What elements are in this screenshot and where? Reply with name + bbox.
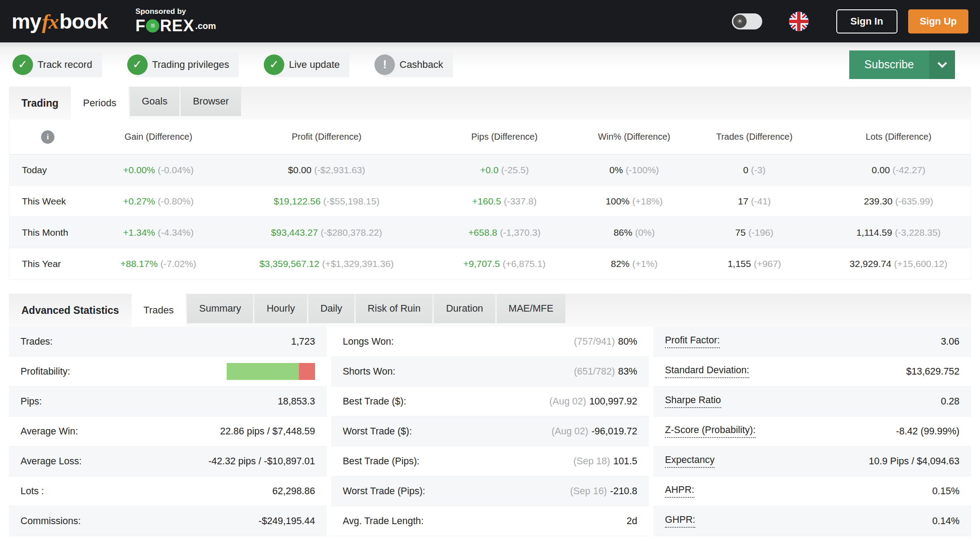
badge-track-record[interactable]: ✓Track record (12, 52, 102, 77)
period-cell: 100%(+18%) (586, 196, 682, 207)
column-header-lots-difference: Lots (Difference) (826, 132, 971, 142)
myfxbook-logo[interactable]: myfxbook (12, 9, 108, 33)
period-row-label: This Year (9, 258, 86, 269)
stat-value-main: -42.32 pips / -$10,897.01 (208, 456, 315, 467)
period-cell: $19,122.56(-$55,198.15) (230, 196, 423, 207)
stat-value-main: 83% (618, 366, 637, 377)
sign-up-button[interactable]: Sign Up (908, 9, 968, 33)
stat-label[interactable]: Standard Deviation: (665, 365, 749, 378)
period-main-value: 75 (735, 227, 746, 238)
tab-risk-of-ruin[interactable]: Risk of Ruin (356, 294, 433, 323)
stat-label[interactable]: Expectancy (665, 454, 714, 468)
stat-label: Lots : (21, 486, 44, 497)
sponsor-logo[interactable]: Sponsored by F ≡ REX .com (135, 8, 216, 34)
sponsored-by-label: Sponsored by (135, 8, 216, 16)
trading-section-label: Trading (9, 97, 71, 109)
stat-label[interactable]: Profit Factor: (665, 335, 720, 348)
subscribe-dropdown[interactable] (929, 50, 955, 79)
period-main-value: 1,155 (727, 258, 751, 269)
stat-label[interactable]: Z-Score (Probability): (665, 425, 756, 438)
sign-in-button[interactable]: Sign In (836, 9, 897, 33)
stat-value: $13,629.752 (906, 366, 959, 377)
period-diff-value: (-635.99) (895, 196, 933, 206)
stat-value: 62,298.86 (272, 486, 315, 497)
period-diff-value: (-41) (751, 196, 771, 206)
period-row-this-year: This Year+88.17%(-7.02%)$3,359,567.12(+$… (9, 248, 971, 279)
stat-value-main: 22.86 pips / $7,448.59 (220, 426, 315, 437)
period-cell: 1,114.59(-3,228.35) (826, 227, 971, 238)
stat-value-prefix: (651/782) (574, 366, 615, 377)
period-diff-value: (+1%) (632, 258, 658, 269)
stat-value-main: 18,853.3 (278, 396, 315, 407)
period-diff-value: (+6,875.1) (502, 258, 545, 269)
stat-value-main: 80% (618, 336, 637, 347)
check-icon: ✓ (12, 54, 33, 75)
stat-row-profitability: Profitability: (9, 357, 327, 387)
period-cell: +160.5(-337.8) (423, 196, 586, 207)
period-main-value: +160.5 (472, 196, 501, 206)
badge-live-update[interactable]: ✓Live update (264, 52, 349, 77)
stat-value: 18,853.3 (278, 396, 315, 407)
badge-label: Live update (273, 52, 349, 77)
stat-label[interactable]: Sharpe Ratio (665, 395, 721, 408)
period-cell: +1.34%(-4.34%) (86, 227, 230, 238)
uk-flag-icon (789, 12, 809, 31)
stat-row-avg-trade-length: Avg. Trade Length:2d (331, 506, 649, 536)
stat-label[interactable]: AHPR: (665, 484, 694, 498)
period-main-value: $0.00 (288, 165, 311, 175)
period-cell: 239.30(-635.99) (826, 196, 971, 207)
period-diff-value: (-3) (751, 165, 766, 175)
tab-hourly[interactable]: Hourly (254, 294, 307, 323)
badge-cashback[interactable]: !Cashback (374, 52, 453, 77)
stat-row-sharpe-ratio: Sharpe Ratio0.28 (653, 387, 971, 417)
badge-trading-privileges[interactable]: ✓Trading privileges (127, 52, 239, 77)
subscribe-button[interactable]: Subscribe (849, 50, 955, 79)
tab-summary[interactable]: Summary (187, 294, 253, 323)
period-cell: +0.00%(-0.04%) (86, 165, 230, 175)
stat-value: 22.86 pips / $7,448.59 (220, 426, 315, 437)
stat-row-pips: Pips:18,853.3 (9, 387, 327, 417)
period-cell: $3,359,567.12(+$1,329,391.36) (230, 258, 423, 269)
subscribe-label: Subscribe (849, 50, 929, 79)
period-main-value: +0.0 (480, 165, 498, 175)
stat-value: 1,723 (291, 336, 315, 347)
period-cell: +9,707.5(+6,875.1) (423, 258, 586, 269)
period-main-value: 239.30 (864, 196, 893, 206)
period-main-value: 17 (738, 196, 748, 206)
stat-value: (651/782)83% (574, 366, 637, 377)
stat-value: (Sep 16)-210.8 (570, 486, 637, 497)
period-diff-value: (-4.34%) (158, 227, 194, 238)
column-header-pips-difference: Pips (Difference) (423, 132, 586, 142)
stat-value: 3.06 (941, 336, 959, 347)
logo-my: my (12, 9, 41, 33)
tab-duration[interactable]: Duration (434, 294, 495, 323)
tab-goals[interactable]: Goals (130, 87, 179, 116)
language-flag-uk[interactable] (789, 12, 809, 31)
tab-daily[interactable]: Daily (308, 294, 354, 323)
stat-value: -42.32 pips / -$10,897.01 (208, 456, 315, 467)
stat-row-lots: Lots :62,298.86 (9, 476, 327, 506)
stat-row-average-win: Average Win:22.86 pips / $7,448.59 (9, 417, 327, 446)
period-cell: 75(-196) (682, 227, 826, 238)
profitability-bar-loss (299, 363, 315, 380)
chevron-down-icon (937, 58, 947, 68)
tab-trades[interactable]: Trades (132, 294, 186, 327)
forex-com-logo: F ≡ REX .com (135, 17, 216, 35)
stat-value: 2d (627, 516, 637, 527)
stat-row-average-loss: Average Loss:-42.32 pips / -$10,897.01 (9, 446, 327, 476)
stat-label[interactable]: GHPR: (665, 514, 695, 528)
stat-row-trades: Trades:1,723 (9, 327, 327, 357)
period-diff-value: (-$280,378.22) (320, 227, 382, 238)
period-diff-value: (-196) (748, 227, 773, 238)
period-cell: +0.0(-25.5) (423, 165, 586, 175)
info-icon[interactable]: i (41, 130, 54, 144)
stat-row-ghpr: GHPR:0.14% (653, 506, 971, 536)
check-icon: ✓ (264, 54, 284, 75)
tab-periods[interactable]: Periods (71, 87, 129, 120)
stat-value-prefix: (Aug 02) (549, 396, 586, 407)
theme-toggle[interactable]: ☀ (732, 13, 762, 29)
tab-mae-mfe[interactable]: MAE/MFE (497, 294, 565, 323)
logo-fx: fx (41, 10, 59, 33)
period-diff-value: (-25.5) (501, 165, 529, 175)
tab-browser[interactable]: Browser (181, 87, 241, 116)
